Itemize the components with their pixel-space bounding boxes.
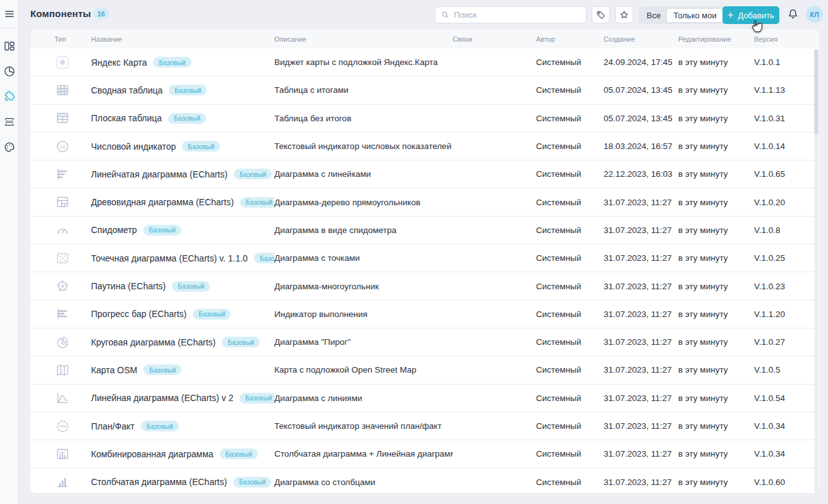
dashboard-icon[interactable] (3, 39, 16, 53)
bar-chart-horizontal-icon (54, 166, 71, 183)
bell-icon[interactable] (786, 8, 800, 21)
component-edited: в эту минуту (678, 253, 754, 263)
component-badge: Базовый (220, 448, 258, 459)
table-row[interactable]: Комбинированная диаграммаБазовыйСтолбчат… (30, 440, 819, 468)
table-row[interactable]: Паутина (ECharts)БазовыйДиаграмма-многоу… (30, 272, 819, 300)
add-component-button[interactable]: + Добавить (722, 6, 779, 24)
component-name: Паутина (ECharts) (91, 281, 166, 291)
component-version: V.1.1.20 (754, 309, 819, 319)
treemap-icon (54, 194, 71, 210)
tag-filter-button[interactable] (592, 6, 610, 23)
page-title: Компоненты (30, 8, 91, 19)
component-version: V.1.0.23 (754, 282, 819, 291)
progress-bar-icon (54, 306, 71, 322)
component-description: Текстовый индикатор числовых показателей (274, 141, 453, 151)
component-created: 22.12.2023, 16:03 (604, 169, 678, 179)
component-type-cell (30, 334, 91, 351)
table-row[interactable]: 75%План/ФактБазовыйТекстовый индикатор з… (30, 412, 819, 440)
column-header-description: Описание (274, 35, 453, 43)
component-edited: в эту минуту (678, 57, 754, 67)
avatar[interactable]: КЛ (806, 6, 823, 23)
component-author: Системный (536, 114, 604, 123)
component-author: Системный (536, 198, 604, 207)
star-filter-button[interactable] (615, 6, 633, 23)
table-row[interactable]: Карта OSMБазовыйКарта с подложкой Open S… (30, 356, 819, 384)
component-badge: Базовый (141, 421, 179, 431)
topbar: Компоненты 16 Все Только мои + Добавить … (19, 0, 828, 29)
component-name: Плоская таблица (91, 113, 162, 123)
component-author: Системный (536, 282, 604, 291)
component-created: 31.07.2023, 11:27 (604, 477, 678, 487)
component-name: Числовой индикатор (91, 141, 176, 152)
column-header-created: Создание (604, 35, 678, 43)
table-row[interactable]: Сводная таблицаБазовыйТаблица с итогамиС… (30, 76, 819, 104)
component-name-cell: Линейчатая диаграмма (ECharts)Базовый (91, 169, 274, 179)
component-type-cell: 75% (30, 418, 91, 435)
component-name: Столбчатая диаграмма (ECharts) (91, 477, 227, 487)
palette-icon[interactable] (3, 140, 16, 154)
column-header-version: Версия (754, 35, 819, 43)
component-badge: Базовый (143, 225, 181, 236)
component-created: 31.07.2023, 11:27 (604, 421, 678, 431)
component-author: Системный (536, 337, 604, 347)
table-row[interactable]: Яндекс КартаБазовыйВиджет карты с подлож… (30, 49, 819, 76)
component-description: Диаграмма со столбцами (274, 477, 453, 487)
component-type-cell (30, 278, 91, 294)
component-badge: Базовый (143, 364, 181, 375)
table-row[interactable]: 16Числовой индикаторБазовыйТекстовый инд… (30, 133, 819, 160)
component-edited: в эту минуту (678, 198, 754, 207)
component-created: 31.07.2023, 11:27 (604, 393, 678, 403)
table-row[interactable]: Столбчатая диаграмма (ECharts)БазовыйДиа… (30, 468, 819, 493)
component-created: 31.07.2023, 11:27 (604, 282, 678, 291)
table-row[interactable]: Круговая диаграмма (ECharts)БазовыйДиагр… (30, 328, 819, 356)
search-input[interactable] (454, 10, 581, 20)
table-row[interactable]: Плоская таблицаБазовыйТаблица без итогов… (30, 105, 819, 133)
scrollbar-thumb[interactable] (814, 49, 819, 135)
component-name: Сводная таблица (91, 85, 162, 95)
component-name-cell: Паутина (ECharts)Базовый (91, 281, 274, 292)
component-description: Диаграмма-многоугольник (274, 282, 453, 291)
table-row[interactable]: СпидометрБазовыйДиаграмма в виде спидоме… (30, 217, 819, 244)
map-osm-icon (54, 362, 71, 378)
component-created: 05.07.2024, 13:45 (604, 85, 678, 95)
component-version: V.1.1.13 (754, 85, 819, 95)
component-edited: в эту минуту (678, 169, 754, 179)
hamburger-icon[interactable] (4, 8, 15, 20)
component-created: 18.03.2024, 16:57 (604, 141, 678, 151)
component-description: Диаграмма с точками (274, 253, 453, 263)
table-row[interactable]: Прогресс бар (ECharts)БазовыйИндикатор в… (30, 301, 819, 328)
puzzle-icon[interactable] (3, 90, 16, 104)
component-edited: в эту минуту (678, 141, 754, 151)
svg-export-icon[interactable]: SVG (3, 115, 16, 129)
component-type-cell (30, 250, 91, 267)
component-type-cell (30, 362, 91, 378)
table-row[interactable]: Линейная диаграмма (ECharts) v 2БазовыйД… (30, 385, 819, 412)
component-author: Системный (536, 57, 604, 67)
ownership-filter: Все Только мои (639, 6, 724, 24)
component-badge: Базовый (169, 85, 207, 95)
column-header-author: Автор (536, 35, 604, 43)
number-indicator-icon: 16 (54, 138, 71, 155)
component-name: Круговая диаграмма (ECharts) (91, 337, 216, 347)
pie-chart-icon[interactable] (3, 64, 16, 78)
component-type-cell: 16 (30, 138, 91, 155)
component-type-cell (30, 446, 91, 462)
component-created: 31.07.2023, 11:27 (604, 449, 678, 459)
filter-all-option[interactable]: Все (640, 9, 667, 22)
component-name: Прогресс бар (ECharts) (91, 309, 186, 319)
column-header-type: Тип (30, 35, 91, 43)
component-name: Комбинированная диаграмма (91, 449, 214, 459)
gauge-icon (54, 222, 71, 238)
component-badge: Базовый (240, 197, 274, 208)
component-edited: в эту минуту (678, 449, 754, 459)
table-scrollbar[interactable] (814, 49, 819, 493)
component-description: Индикатор выполнения (274, 309, 453, 319)
component-author: Системный (536, 141, 604, 151)
table-row[interactable]: Древовидная диаграмма (ECharts)БазовыйДи… (30, 188, 819, 216)
component-name: Карта OSM (91, 365, 137, 375)
filter-mine-option[interactable]: Только мои (667, 9, 722, 22)
table-row[interactable]: Точечная диаграмма (ECharts) v. 1.1.0Баз… (30, 244, 819, 272)
component-type-cell (30, 306, 91, 322)
component-name-cell: Яндекс КартаБазовый (91, 57, 274, 68)
table-row[interactable]: Линейчатая диаграмма (ECharts)БазовыйДиа… (30, 160, 819, 188)
